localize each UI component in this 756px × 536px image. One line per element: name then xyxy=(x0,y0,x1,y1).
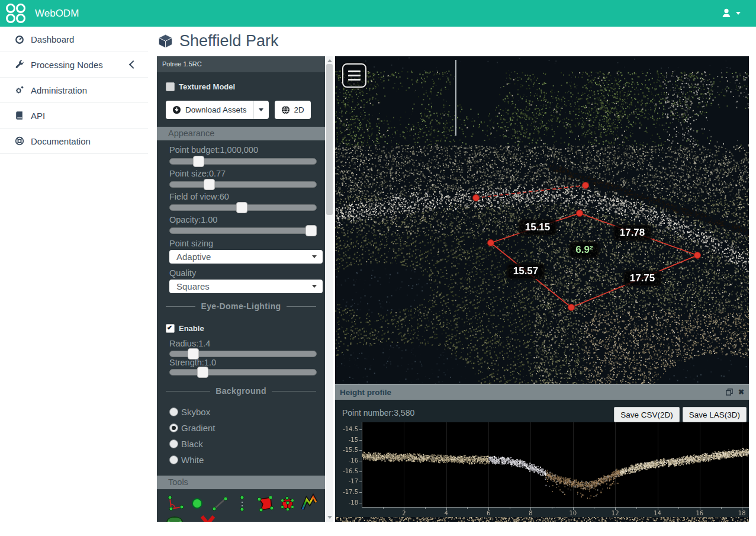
edl-strength-slider[interactable] xyxy=(169,369,317,375)
close-icon[interactable]: ✖ xyxy=(738,389,744,396)
opacity-label: Opacity:1.00 xyxy=(169,215,217,224)
textured-model-label: Textured Model xyxy=(179,82,235,91)
point-measurement-icon[interactable] xyxy=(188,493,207,513)
edl-enable-label: Enable xyxy=(179,324,204,333)
field-of-view-value: 60 xyxy=(220,192,229,201)
sidebar-item-label: Administration xyxy=(31,85,87,95)
sidebar-item-documentation[interactable]: Documentation xyxy=(0,129,148,154)
potree-panel: Potree 1.5RC Textured Model Download Ass… xyxy=(157,56,325,522)
area-measurement-icon[interactable] xyxy=(255,493,274,513)
download-assets-caret-button[interactable] xyxy=(253,101,269,119)
globe-icon xyxy=(281,105,290,114)
height-profile-icon[interactable] xyxy=(300,493,319,513)
user-menu[interactable] xyxy=(721,8,741,18)
brand-name[interactable]: WebODM xyxy=(35,8,79,20)
slider-thumb[interactable] xyxy=(305,225,317,236)
point-size-value: 0.77 xyxy=(209,169,226,178)
sidebar-item-api[interactable]: API xyxy=(0,103,148,129)
gears-icon xyxy=(15,85,24,95)
angle-measurement-icon[interactable] xyxy=(165,493,184,513)
height-profile-titlebar[interactable]: Height profile ✖ xyxy=(335,384,749,400)
radio-icon[interactable] xyxy=(169,439,178,448)
point-number: Point number:3,580 xyxy=(342,408,414,418)
slider-thumb[interactable] xyxy=(193,156,204,167)
sidebar-item-administration[interactable]: Administration xyxy=(0,78,148,103)
download-icon xyxy=(172,105,181,114)
point-size-slider[interactable] xyxy=(169,181,317,188)
remove-all-measurements-icon[interactable] xyxy=(198,514,217,522)
viewer-menu-button[interactable] xyxy=(342,63,366,88)
opacity-slider[interactable] xyxy=(169,227,317,234)
view-2d-label: 2D xyxy=(294,105,304,114)
scroll-down-arrow[interactable] xyxy=(327,516,332,519)
slider-thumb[interactable] xyxy=(236,202,247,213)
background-legend: Background xyxy=(160,386,321,396)
edl-radius-value: 1.4 xyxy=(198,339,210,348)
sidebar-item-label: Documentation xyxy=(31,136,91,146)
area-label: 6.9² xyxy=(570,242,599,258)
distance-measurement-icon[interactable] xyxy=(210,493,229,513)
webodm-logo[interactable] xyxy=(6,4,26,23)
webodm-app: { "navbar": { "brand": "WebODM" }, "side… xyxy=(0,0,756,536)
appearance-section-header[interactable]: Appearance xyxy=(157,127,325,140)
save-csv-button[interactable]: Save CSV(2D) xyxy=(614,407,680,422)
sidebar-item-processing-nodes[interactable]: Processing Nodes xyxy=(0,52,148,78)
background-option-white[interactable]: White xyxy=(169,455,204,465)
sidebar-item-dashboard[interactable]: Dashboard xyxy=(0,27,148,52)
edl-enable-toggle[interactable]: Enable xyxy=(166,324,204,333)
radio-icon[interactable] xyxy=(169,407,178,416)
edge-length-label: 15.57 xyxy=(507,264,545,279)
point-number-value: 3,580 xyxy=(394,408,414,418)
top-navbar: WebODM xyxy=(0,0,756,27)
background-option-gradient[interactable]: Gradient xyxy=(169,423,215,433)
slider-thumb[interactable] xyxy=(204,179,215,190)
save-las-button[interactable]: Save LAS(3D) xyxy=(683,407,747,422)
download-assets-button[interactable]: Download Assets xyxy=(166,101,253,119)
background-option-skybox[interactable]: Skybox xyxy=(169,407,210,417)
page-title: Sheffield Park xyxy=(157,32,279,50)
edge-length-label: 17.78 xyxy=(614,225,651,240)
wrench-icon xyxy=(15,60,24,69)
download-assets-label: Download Assets xyxy=(185,105,247,114)
main-sidebar: Dashboard Processing Nodes Administratio… xyxy=(0,27,148,154)
slider-thumb[interactable] xyxy=(197,367,208,378)
sidebar-item-label: Processing Nodes xyxy=(31,60,103,70)
point-cloud-viewport[interactable]: 15.15 17.78 6.9² 15.57 17.75 Height prof… xyxy=(335,56,749,522)
radio-icon[interactable] xyxy=(169,423,178,432)
life-ring-icon xyxy=(15,136,24,146)
point-budget-slider[interactable] xyxy=(169,158,317,165)
edl-enable-checkbox[interactable] xyxy=(166,324,175,333)
dashboard-icon xyxy=(15,34,24,44)
quality-select[interactable]: Squares xyxy=(169,280,323,293)
edl-radius-slider[interactable] xyxy=(169,351,317,357)
tools-section-header[interactable]: Tools xyxy=(157,476,325,489)
clip-volume-icon[interactable] xyxy=(165,514,184,522)
edl-radius-label: Radius:1.4 xyxy=(169,339,210,348)
edge-length-label: 15.15 xyxy=(519,220,556,235)
point-sizing-value: Adaptive xyxy=(176,252,211,262)
project-name: Sheffield Park xyxy=(179,32,279,50)
textured-model-toggle[interactable]: Textured Model xyxy=(166,82,235,91)
caret-down-icon xyxy=(736,12,741,15)
edl-strength-value: 1.0 xyxy=(204,358,216,367)
scroll-up-arrow[interactable] xyxy=(327,59,332,62)
point-budget-label: Point budget:1,000,000 xyxy=(169,145,258,155)
height-profile-chart[interactable] xyxy=(335,422,749,516)
restore-window-icon[interactable] xyxy=(726,389,733,396)
potree-scrollbar[interactable] xyxy=(326,56,333,522)
view-2d-button[interactable]: 2D xyxy=(275,101,311,119)
asset-buttons: Download Assets 2D xyxy=(166,101,311,119)
scrollbar-thumb[interactable] xyxy=(326,64,333,215)
volume-measurement-icon[interactable] xyxy=(278,493,297,513)
tools-row xyxy=(165,493,319,513)
point-sizing-select[interactable]: Adaptive xyxy=(169,250,323,264)
radio-icon[interactable] xyxy=(169,455,178,464)
height-measurement-icon[interactable] xyxy=(233,493,252,513)
height-profile-title: Height profile xyxy=(340,388,726,397)
field-of-view-slider[interactable] xyxy=(169,204,317,211)
point-sizing-label: Point sizing xyxy=(169,239,213,248)
sidebar-item-label: Dashboard xyxy=(31,34,74,44)
background-option-black[interactable]: Black xyxy=(169,439,203,449)
book-icon xyxy=(15,111,24,120)
textured-model-checkbox[interactable] xyxy=(166,82,175,91)
